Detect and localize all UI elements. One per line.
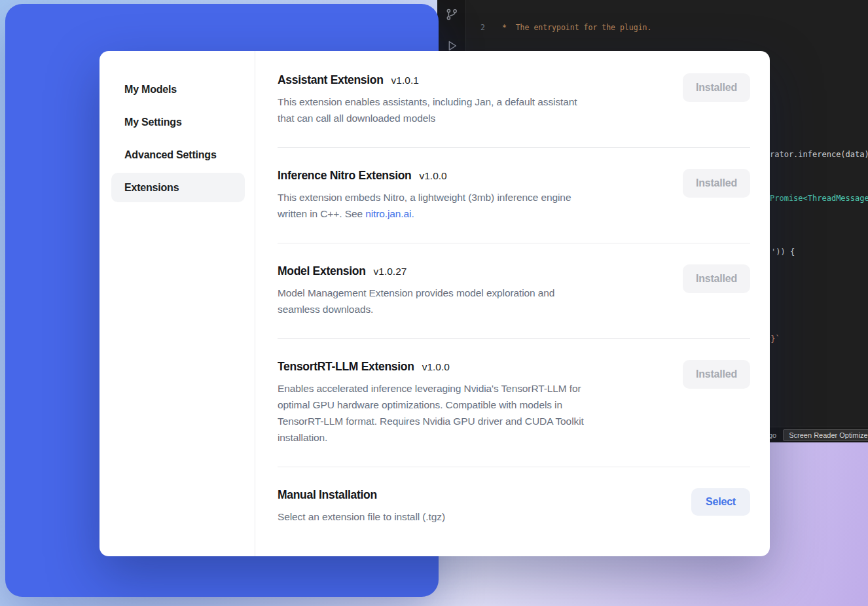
code-fragment: ')) { <box>771 247 795 257</box>
installed-button[interactable]: Installed <box>683 264 750 293</box>
extension-description: This extension embeds Nitro, a lightweig… <box>278 189 571 222</box>
extension-row-nitro: Inference Nitro Extension v1.0.0 This ex… <box>278 148 750 243</box>
extension-title: Inference Nitro Extension <box>278 169 412 183</box>
code-text: * The entrypoint for the plugin. <box>497 22 651 33</box>
nitro-jan-ai-link[interactable]: nitro.jan.ai. <box>365 208 414 219</box>
installed-button[interactable]: Installed <box>683 360 750 389</box>
extension-row-model: Model Extension v1.0.27 Model Management… <box>278 243 750 338</box>
extension-description: Model Management Extension provides mode… <box>278 285 554 317</box>
sidebar-item-label: My Models <box>124 84 177 96</box>
extension-row-tensorrt: TensortRT-LLM Extension v1.0.0 Enables a… <box>278 339 750 467</box>
sidebar-item-advanced-settings[interactable]: Advanced Settings <box>111 140 245 169</box>
extension-description: This extension enables assistants, inclu… <box>278 94 577 126</box>
select-file-button[interactable]: Select <box>691 488 750 516</box>
extension-title: Manual Installation <box>278 488 377 502</box>
extension-row-assistant: Assistant Extension v1.0.1 This extensio… <box>278 73 750 147</box>
installed-button[interactable]: Installed <box>683 169 750 198</box>
screen-reader-status-item[interactable]: Screen Reader Optimize <box>783 429 868 441</box>
extension-description: Enables accelerated inference leveraging… <box>278 380 584 446</box>
extension-description: Select an extension file to install (.tg… <box>278 508 445 525</box>
sidebar-item-extensions[interactable]: Extensions <box>111 173 245 202</box>
installed-button[interactable]: Installed <box>683 73 750 102</box>
line-number: 2 <box>467 22 485 33</box>
settings-modal: My Models My Settings Advanced Settings … <box>99 51 770 556</box>
extension-version: v1.0.0 <box>422 361 450 373</box>
extension-title: TensortRT-LLM Extension <box>278 360 414 374</box>
sidebar-item-label: Extensions <box>124 182 179 194</box>
source-control-icon[interactable] <box>444 7 459 22</box>
sidebar-item-label: Advanced Settings <box>124 149 217 161</box>
code-fragment: Promise<ThreadMessage> <box>770 194 868 203</box>
extension-version: v1.0.1 <box>391 75 419 86</box>
extensions-panel: Assistant Extension v1.0.1 This extensio… <box>255 51 770 556</box>
settings-sidebar: My Models My Settings Advanced Settings … <box>99 51 255 556</box>
sidebar-item-my-models[interactable]: My Models <box>111 75 245 104</box>
extension-title: Assistant Extension <box>278 73 384 87</box>
code-fragment: rator.inference(data)); <box>770 150 868 159</box>
code-line: 2 * The entrypoint for the plugin. <box>467 22 868 33</box>
extension-title: Model Extension <box>278 264 366 278</box>
extension-version: v1.0.0 <box>420 170 447 182</box>
extension-version: v1.0.27 <box>374 266 407 277</box>
description-text: This extension embeds Nitro, a lightweig… <box>278 192 571 219</box>
sidebar-item-label: My Settings <box>124 116 182 128</box>
extension-row-manual-installation: Manual Installation Select an extension … <box>278 467 750 543</box>
sidebar-item-my-settings[interactable]: My Settings <box>111 107 245 137</box>
desktop: 2 * The entrypoint for the plugin. 3 */ … <box>0 0 868 606</box>
